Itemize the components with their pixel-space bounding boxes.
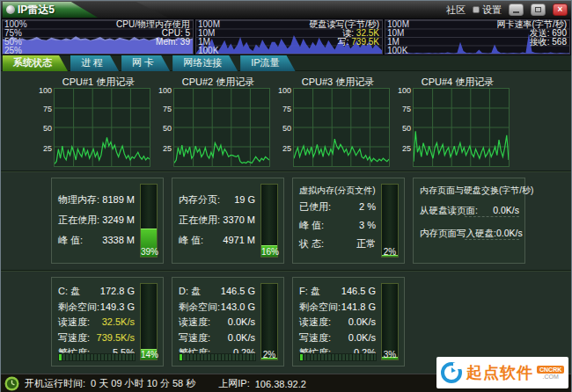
- cpu-memory-axis-labels: 100% 75% 50% 25%: [4, 20, 27, 55]
- ip-value: 106.38.92.2: [255, 379, 306, 389]
- qidian-logo-icon: [440, 361, 463, 384]
- disk-c-activity-meter: [58, 353, 136, 361]
- cpu1-chart-title: CPU#1 使用记录: [47, 76, 150, 88]
- disk-f-usage-bar: 3%: [381, 283, 399, 360]
- network-rate-graph: 100M 10M 1M 100K 网卡速率(字节/秒) 发送: 690 接收: …: [385, 19, 570, 54]
- tab-system-status[interactable]: 系统状态: [3, 55, 68, 71]
- close-icon: ×: [558, 5, 563, 14]
- memory-paging-panel: 内存分页:19 G 正在使用:3370 M 峰 值:4971 M 16%: [172, 178, 284, 264]
- tab-network-connections[interactable]: 网络连接: [172, 55, 238, 71]
- top-graphs-strip: 100% 75% 50% 25% CPU/物理内存使用 CPU: 5 Mem: …: [1, 18, 571, 55]
- cpu2-history: CPU#2 使用记录 10075 5025: [158, 76, 270, 167]
- settings-button[interactable]: 设置: [473, 4, 502, 17]
- cpu1-history-chart: [54, 88, 150, 167]
- maximize-icon: [535, 7, 541, 12]
- divider: [1, 270, 571, 272]
- close-button[interactable]: ×: [553, 4, 568, 16]
- physical-memory-panel: 物理内存:8189 M 正在使用:3249 M 峰 值:3338 M 39%: [51, 178, 164, 264]
- cpu2-chart-title: CPU#2 使用记录: [166, 76, 270, 88]
- cpu4-history: CPU#4 使用记录 10075 5025: [397, 76, 510, 167]
- tab-ip-traffic[interactable]: IP流量: [240, 55, 295, 71]
- mem-value: Mem: 39: [116, 38, 190, 47]
- cpu-memory-readout: CPU/物理内存使用 CPU: 5 Mem: 39: [116, 20, 190, 47]
- disk-c-panel: C: 盘172.8 G 剩余空间:149.3 G 读速度:32.5K/s 写速度…: [51, 277, 164, 367]
- watermark-brand: 起点软件: [466, 362, 533, 383]
- memory-panel-row: 物理内存:8189 M 正在使用:3249 M 峰 值:3338 M 39% 内…: [51, 178, 571, 264]
- uptime-value: 0 天 09 小时 10 分 58 秒: [91, 377, 195, 390]
- watermark-badge: CNCRK .COM: [537, 366, 564, 380]
- tab-network-card[interactable]: 网 卡: [121, 55, 170, 71]
- cpu2-history-chart: [173, 88, 270, 167]
- divider: [1, 171, 571, 172]
- disk-d-activity-meter: [179, 353, 256, 361]
- disk-io-graph: 100M 10M 1M 100K 硬盘读写(字节/秒) 读: 32.5K 写: …: [195, 19, 383, 54]
- cpu4-history-chart: [413, 88, 510, 167]
- disk-panel-row: C: 盘172.8 G 剩余空间:149.3 G 读速度:32.5K/s 写速度…: [51, 277, 571, 367]
- disk-io-readout: 硬盘读写(字节/秒) 读: 32.5K 写: 739.5K: [310, 20, 379, 47]
- page-swap-header: 内存页面与硬盘交换(字节/秒): [414, 178, 524, 197]
- ip-label: 上网IP:: [218, 377, 249, 390]
- window-title: IP雷达5: [18, 3, 55, 18]
- maximize-button[interactable]: [531, 4, 546, 16]
- community-button[interactable]: 社区: [446, 4, 466, 17]
- cpu-memory-graph: 100% 75% 50% 25% CPU/物理内存使用 CPU: 5 Mem: …: [2, 19, 194, 54]
- system-status-panel: CPU#1 使用记录 10075 5025 CPU#2 使用记录 10075 5…: [1, 71, 571, 374]
- network-rate-readout: 网卡速率(字节/秒) 发送: 690 接收: 568: [497, 20, 567, 47]
- cpu1-history: CPU#1 使用记录 10075 5025: [38, 76, 150, 167]
- disk-write-value: 写: 739.5K: [310, 38, 379, 47]
- disk-io-axis-labels: 100M 10M 1M 100K: [198, 20, 220, 55]
- tab-processes[interactable]: 进 程: [70, 55, 119, 71]
- cpu3-y-axis: 10075 5025: [277, 88, 293, 167]
- memory-paging-bar: 16%: [260, 184, 278, 258]
- minimize-button[interactable]: [509, 4, 524, 16]
- disk-c-usage-bar: 14%: [140, 283, 158, 360]
- cpu3-history-chart: [293, 88, 390, 167]
- cpu2-y-axis: 10075 5025: [158, 88, 173, 167]
- network-rate-axis-labels: 100M 10M 1M 100K: [387, 20, 409, 55]
- disk-f-panel: F: 盘146.5 G 剩余空间:141.8 G 读速度:0.0K/s 写速度:…: [292, 277, 405, 367]
- cpu4-chart-title: CPU#4 使用记录: [406, 76, 510, 88]
- disk-d-panel: D: 盘146.5 G 剩余空间:143.0 G 读速度:0.0K/s 写速度:…: [172, 277, 284, 367]
- settings-icon: [473, 6, 480, 13]
- virtual-memory-bar: 2%: [381, 184, 399, 258]
- uptime-clock-icon: [4, 376, 19, 391]
- cpu1-y-axis: 10075 5025: [38, 88, 54, 167]
- disk-f-activity-meter: [299, 353, 377, 361]
- disk-d-usage-bar: 2%: [260, 283, 278, 360]
- titlebar: IP雷达5 社区 设置 ×: [1, 1, 571, 18]
- cpu4-y-axis: 10075 5025: [397, 88, 413, 167]
- physical-memory-bar: 39%: [140, 184, 158, 258]
- virtual-memory-panel: 虚拟内存(分页文件) 已使用:2 % 峰 值:3 % 状 态:正常 2%: [292, 178, 405, 264]
- qidian-watermark[interactable]: 起点软件 CNCRK .COM: [436, 357, 568, 388]
- uptime-label: 开机运行时间:: [25, 377, 85, 390]
- app-window: IP雷达5 社区 设置 × 100% 75% 50% 25% CPU/物理内存使…: [0, 0, 572, 392]
- network-recv-value: 接收: 568: [497, 38, 567, 47]
- cpu3-chart-title: CPU#3 使用记录: [286, 76, 390, 88]
- minimize-icon: [513, 11, 519, 13]
- page-swap-panel: 内存页面与硬盘交换(字节/秒) 从硬盘读页面:0.0K/s 内存页面写入硬盘:0…: [413, 178, 525, 264]
- cpu-history-row: CPU#1 使用记录 10075 5025 CPU#2 使用记录 10075 5…: [38, 76, 571, 167]
- tabbar: 系统状态 进 程 网 卡 网络连接 IP流量: [1, 55, 571, 71]
- app-icon: [6, 5, 15, 14]
- cpu3-history: CPU#3 使用记录 10075 5025: [277, 76, 390, 167]
